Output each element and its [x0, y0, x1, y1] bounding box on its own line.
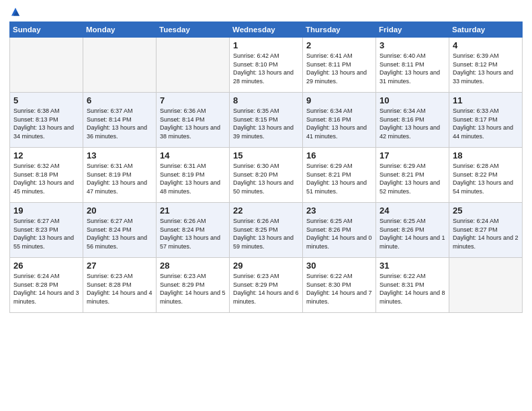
day-number: 23 — [306, 205, 372, 216]
day-info: Sunrise: 6:38 AM Sunset: 8:13 PM Dayligh… — [13, 107, 79, 140]
day-cell: 23Sunrise: 6:25 AM Sunset: 8:26 PM Dayli… — [303, 203, 376, 258]
day-cell — [10, 38, 83, 93]
day-number: 13 — [87, 150, 152, 161]
day-number: 22 — [233, 205, 299, 216]
week-row-2: 5Sunrise: 6:38 AM Sunset: 8:13 PM Daylig… — [10, 93, 523, 148]
day-info: Sunrise: 6:32 AM Sunset: 8:18 PM Dayligh… — [13, 162, 79, 195]
day-cell — [449, 258, 523, 313]
page-container: SundayMondayTuesdayWednesdayThursdayFrid… — [0, 0, 532, 320]
day-number: 2 — [306, 40, 372, 50]
day-info: Sunrise: 6:30 AM Sunset: 8:20 PM Dayligh… — [233, 162, 299, 195]
day-number: 8 — [233, 95, 299, 105]
day-cell: 3Sunrise: 6:40 AM Sunset: 8:11 PM Daylig… — [376, 38, 449, 93]
weekday-header-saturday: Saturday — [449, 22, 523, 38]
day-number: 17 — [380, 150, 445, 161]
day-number: 11 — [453, 95, 519, 105]
day-info: Sunrise: 6:34 AM Sunset: 8:16 PM Dayligh… — [306, 107, 372, 140]
weekday-header-sunday: Sunday — [10, 22, 83, 38]
day-cell: 11Sunrise: 6:33 AM Sunset: 8:17 PM Dayli… — [449, 93, 523, 148]
day-info: Sunrise: 6:37 AM Sunset: 8:14 PM Dayligh… — [87, 107, 152, 140]
day-info: Sunrise: 6:26 AM Sunset: 8:25 PM Dayligh… — [233, 217, 299, 250]
day-cell: 20Sunrise: 6:27 AM Sunset: 8:24 PM Dayli… — [83, 203, 157, 258]
day-number: 24 — [380, 205, 445, 216]
logo — [9, 7, 23, 19]
day-cell: 10Sunrise: 6:34 AM Sunset: 8:16 PM Dayli… — [376, 93, 449, 148]
day-cell: 16Sunrise: 6:29 AM Sunset: 8:21 PM Dayli… — [303, 148, 376, 203]
day-number: 18 — [453, 150, 519, 161]
day-cell — [157, 38, 230, 93]
day-cell: 19Sunrise: 6:27 AM Sunset: 8:23 PM Dayli… — [10, 203, 83, 258]
day-cell: 27Sunrise: 6:23 AM Sunset: 8:28 PM Dayli… — [83, 258, 157, 313]
week-row-4: 19Sunrise: 6:27 AM Sunset: 8:23 PM Dayli… — [10, 203, 523, 258]
day-cell: 1Sunrise: 6:42 AM Sunset: 8:10 PM Daylig… — [230, 38, 303, 93]
weekday-header-tuesday: Tuesday — [157, 22, 230, 38]
day-info: Sunrise: 6:40 AM Sunset: 8:11 PM Dayligh… — [380, 52, 445, 85]
day-cell: 30Sunrise: 6:22 AM Sunset: 8:30 PM Dayli… — [303, 258, 376, 313]
day-number: 26 — [13, 261, 79, 271]
header — [9, 7, 523, 19]
day-number: 21 — [160, 205, 226, 216]
day-cell: 28Sunrise: 6:23 AM Sunset: 8:29 PM Dayli… — [157, 258, 230, 313]
day-number: 31 — [380, 261, 445, 271]
day-number: 4 — [453, 40, 519, 50]
day-number: 28 — [160, 261, 226, 271]
day-info: Sunrise: 6:33 AM Sunset: 8:17 PM Dayligh… — [453, 107, 519, 140]
day-number: 20 — [87, 205, 152, 216]
day-number: 16 — [306, 150, 372, 161]
day-number: 15 — [233, 150, 299, 161]
day-number: 6 — [87, 95, 152, 105]
day-info: Sunrise: 6:41 AM Sunset: 8:11 PM Dayligh… — [306, 52, 372, 85]
day-number: 3 — [380, 40, 445, 50]
day-info: Sunrise: 6:29 AM Sunset: 8:21 PM Dayligh… — [380, 162, 445, 195]
day-info: Sunrise: 6:27 AM Sunset: 8:24 PM Dayligh… — [87, 217, 152, 250]
weekday-header-wednesday: Wednesday — [230, 22, 303, 38]
logo-icon — [9, 7, 21, 19]
day-info: Sunrise: 6:31 AM Sunset: 8:19 PM Dayligh… — [160, 162, 226, 195]
weekday-header-monday: Monday — [83, 22, 157, 38]
day-info: Sunrise: 6:28 AM Sunset: 8:22 PM Dayligh… — [453, 162, 519, 195]
day-info: Sunrise: 6:23 AM Sunset: 8:29 PM Dayligh… — [233, 272, 299, 306]
day-info: Sunrise: 6:29 AM Sunset: 8:21 PM Dayligh… — [306, 162, 372, 195]
day-info: Sunrise: 6:35 AM Sunset: 8:15 PM Dayligh… — [233, 107, 299, 140]
day-cell: 14Sunrise: 6:31 AM Sunset: 8:19 PM Dayli… — [157, 148, 230, 203]
day-number: 10 — [380, 95, 445, 105]
day-cell: 21Sunrise: 6:26 AM Sunset: 8:24 PM Dayli… — [157, 203, 230, 258]
day-info: Sunrise: 6:26 AM Sunset: 8:24 PM Dayligh… — [160, 217, 226, 250]
weekday-header-row: SundayMondayTuesdayWednesdayThursdayFrid… — [10, 22, 523, 38]
day-cell: 29Sunrise: 6:23 AM Sunset: 8:29 PM Dayli… — [230, 258, 303, 313]
week-row-1: 1Sunrise: 6:42 AM Sunset: 8:10 PM Daylig… — [10, 38, 523, 93]
day-info: Sunrise: 6:23 AM Sunset: 8:29 PM Dayligh… — [160, 272, 226, 306]
week-row-3: 12Sunrise: 6:32 AM Sunset: 8:18 PM Dayli… — [10, 148, 523, 203]
day-cell: 7Sunrise: 6:36 AM Sunset: 8:14 PM Daylig… — [157, 93, 230, 148]
day-cell: 4Sunrise: 6:39 AM Sunset: 8:12 PM Daylig… — [449, 38, 523, 93]
day-info: Sunrise: 6:25 AM Sunset: 8:26 PM Dayligh… — [306, 217, 372, 250]
day-number: 27 — [87, 261, 152, 271]
day-cell: 9Sunrise: 6:34 AM Sunset: 8:16 PM Daylig… — [303, 93, 376, 148]
day-number: 9 — [306, 95, 372, 105]
day-number: 25 — [453, 205, 519, 216]
day-number: 1 — [233, 40, 299, 50]
day-info: Sunrise: 6:24 AM Sunset: 8:27 PM Dayligh… — [453, 217, 519, 250]
day-number: 30 — [306, 261, 372, 271]
day-info: Sunrise: 6:23 AM Sunset: 8:28 PM Dayligh… — [87, 272, 152, 306]
day-number: 12 — [13, 150, 79, 161]
day-cell: 6Sunrise: 6:37 AM Sunset: 8:14 PM Daylig… — [83, 93, 157, 148]
day-info: Sunrise: 6:22 AM Sunset: 8:30 PM Dayligh… — [306, 272, 372, 306]
day-cell: 8Sunrise: 6:35 AM Sunset: 8:15 PM Daylig… — [230, 93, 303, 148]
day-cell: 26Sunrise: 6:24 AM Sunset: 8:28 PM Dayli… — [10, 258, 83, 313]
week-row-5: 26Sunrise: 6:24 AM Sunset: 8:28 PM Dayli… — [10, 258, 523, 313]
day-cell: 13Sunrise: 6:31 AM Sunset: 8:19 PM Dayli… — [83, 148, 157, 203]
day-number: 19 — [13, 205, 79, 216]
day-info: Sunrise: 6:22 AM Sunset: 8:31 PM Dayligh… — [380, 272, 445, 306]
day-number: 14 — [160, 150, 226, 161]
day-info: Sunrise: 6:25 AM Sunset: 8:26 PM Dayligh… — [380, 217, 445, 250]
day-info: Sunrise: 6:31 AM Sunset: 8:19 PM Dayligh… — [87, 162, 152, 195]
day-number: 7 — [160, 95, 226, 105]
day-cell: 24Sunrise: 6:25 AM Sunset: 8:26 PM Dayli… — [376, 203, 449, 258]
day-info: Sunrise: 6:24 AM Sunset: 8:28 PM Dayligh… — [13, 272, 79, 306]
day-cell: 18Sunrise: 6:28 AM Sunset: 8:22 PM Dayli… — [449, 148, 523, 203]
day-cell: 31Sunrise: 6:22 AM Sunset: 8:31 PM Dayli… — [376, 258, 449, 313]
weekday-header-friday: Friday — [376, 22, 449, 38]
day-number: 29 — [233, 261, 299, 271]
day-cell: 2Sunrise: 6:41 AM Sunset: 8:11 PM Daylig… — [303, 38, 376, 93]
